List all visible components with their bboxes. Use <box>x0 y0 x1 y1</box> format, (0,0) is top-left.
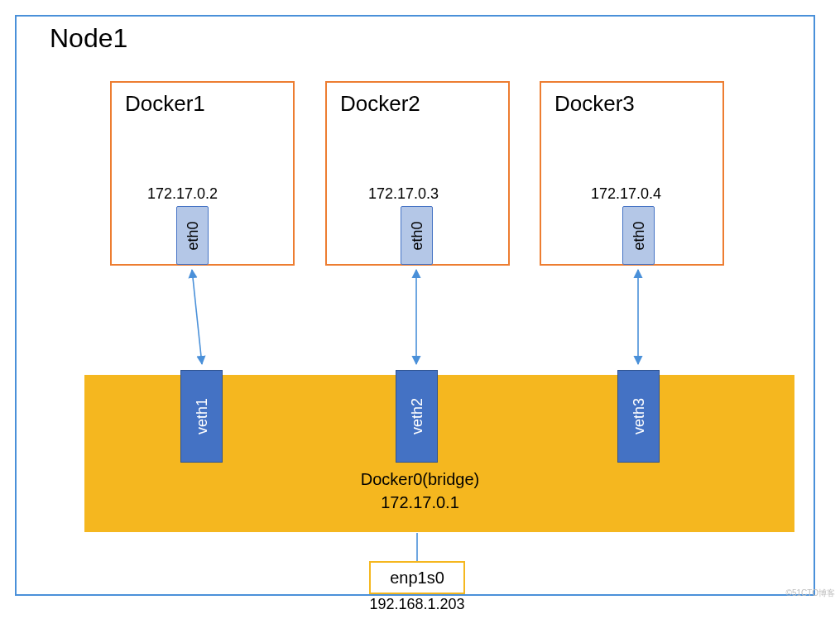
docker2-ip: 172.17.0.3 <box>368 185 439 203</box>
veth1-label: veth1 <box>193 398 210 434</box>
bridge-ip: 172.17.0.1 <box>296 491 545 514</box>
bridge-text: Docker0(bridge) 172.17.0.1 <box>296 468 545 514</box>
docker1-eth0-label: eth0 <box>184 221 201 250</box>
docker3-title: Docker3 <box>554 91 635 117</box>
docker1-eth0: eth0 <box>176 206 209 265</box>
docker2-eth0: eth0 <box>401 206 433 265</box>
veth2-label: veth2 <box>408 398 425 434</box>
docker1-ip: 172.17.0.2 <box>147 185 218 203</box>
host-ip: 192.168.1.203 <box>369 596 465 613</box>
veth3-box: veth3 <box>617 370 660 463</box>
host-interface-box: enp1s0 <box>369 561 465 594</box>
veth2-box: veth2 <box>396 370 438 463</box>
veth1-box: veth1 <box>180 370 223 463</box>
bridge-name: Docker0(bridge) <box>296 468 545 491</box>
host-interface-label: enp1s0 <box>390 569 444 588</box>
watermark: ©51CTO博客 <box>786 588 835 599</box>
diagram-canvas: Node1 Docker1 172.17.0.2 eth0 Docker2 17… <box>0 0 840 619</box>
docker3-eth0: eth0 <box>622 206 655 265</box>
node-title: Node1 <box>50 23 127 54</box>
docker1-title: Docker1 <box>125 91 205 117</box>
docker3-eth0-label: eth0 <box>630 221 647 250</box>
veth3-label: veth3 <box>630 398 647 434</box>
docker3-ip: 172.17.0.4 <box>591 185 661 203</box>
docker2-eth0-label: eth0 <box>408 221 425 250</box>
docker2-title: Docker2 <box>340 91 420 117</box>
